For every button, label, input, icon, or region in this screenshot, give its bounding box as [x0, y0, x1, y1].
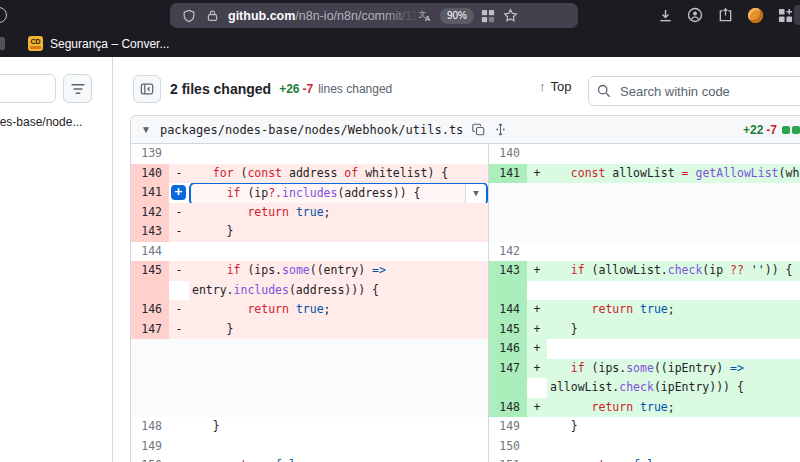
add-comment-button[interactable]: +: [169, 183, 188, 202]
diff-old-side: 148 }: [131, 417, 488, 437]
filter-button[interactable]: [63, 74, 92, 103]
line-number[interactable]: 146: [489, 339, 527, 359]
code-line: if (ips.some((ipEntry) =>allowList.check…: [547, 359, 800, 398]
containers-grid-icon[interactable]: [481, 9, 495, 23]
line-number[interactable]: 140: [131, 164, 169, 184]
code-line: return true;: [189, 300, 488, 320]
line-number[interactable]: 141: [489, 164, 527, 184]
line-number[interactable]: 143: [131, 222, 169, 242]
line-number[interactable]: 144: [131, 242, 169, 262]
line-number[interactable]: 149: [131, 437, 169, 457]
line-menu-caret[interactable]: ▼: [465, 184, 486, 203]
line-number[interactable]: 142: [131, 203, 169, 223]
zoom-level-badge[interactable]: 90%: [440, 8, 474, 24]
tab-partial-icon[interactable]: [0, 37, 5, 50]
diff-new-side: 151 return false;: [488, 456, 800, 462]
tab-favicon: CD: [28, 36, 43, 51]
address-bar[interactable]: github.com/n8n-io/n8n/commit/11f8597d4ad…: [170, 3, 578, 28]
line-number[interactable]: 147: [489, 359, 527, 398]
line-number[interactable]: 139: [131, 144, 169, 164]
shield-icon[interactable]: [182, 9, 196, 23]
code-line: }: [547, 320, 800, 340]
back-to-top-link[interactable]: ↑ Top: [539, 79, 571, 94]
filter-icon: [71, 83, 85, 95]
line-number[interactable]: 150: [489, 437, 527, 457]
diff-main: 2 files changed +26 -7 lines changed ↑ T…: [114, 57, 800, 462]
diff-marker: -: [169, 164, 189, 184]
diff-marker: -: [169, 222, 189, 242]
diff-new-side: 146+: [488, 339, 800, 359]
file-path[interactable]: packages/nodes-base/nodes/Webhook/utils.…: [160, 123, 463, 137]
diff-row: 147- }145+ }: [131, 320, 800, 340]
copy-path-button[interactable]: [472, 123, 485, 136]
chevron-down-icon[interactable]: ▼: [141, 124, 151, 135]
file-tree-item[interactable]: des-base/node...: [0, 115, 82, 129]
file-diff-stats: +22 -7: [743, 116, 800, 144]
search-icon: [597, 84, 611, 98]
line-number[interactable]: 141: [131, 183, 169, 203]
code-search-box[interactable]: [588, 76, 800, 106]
browser-tab[interactable]: CD Segurança – Conver...: [28, 36, 169, 51]
diff-row: 145- if (ips.some((entry) =>entry.includ…: [131, 261, 800, 300]
line-number[interactable]: 142: [489, 242, 527, 262]
file-tree-sidebar: des-base/node...: [0, 57, 113, 462]
diff-old-side: 149: [131, 437, 488, 457]
sidebar-collapse-icon: [140, 81, 154, 97]
diff-marker: +: [527, 320, 547, 340]
edge-partial-button[interactable]: [794, 5, 800, 25]
diff-old-side: 147- }: [131, 320, 488, 340]
code-line: if (ips.some((entry) =>entry.includes(ad…: [189, 261, 488, 300]
line-number[interactable]: 145: [131, 261, 169, 300]
diff-row: 146- return true;144+ return true;: [131, 300, 800, 320]
diff-row: 147+ if (ips.some((ipEntry) =>allowList.…: [131, 359, 800, 398]
translate-icon[interactable]: 文 A: [418, 9, 433, 23]
collapse-file-tree-button[interactable]: [133, 75, 161, 103]
diff-new-side: 145+ }: [488, 320, 800, 340]
line-number[interactable]: 148: [489, 398, 527, 418]
share-icon[interactable]: [710, 2, 740, 28]
lock-icon[interactable]: [206, 9, 219, 22]
account-button[interactable]: [680, 2, 710, 28]
line-number[interactable]: 149: [489, 417, 527, 437]
downloads-button[interactable]: [650, 2, 680, 28]
url-text[interactable]: github.com/n8n-io/n8n/commit/11f8597d4ad…: [228, 9, 418, 23]
code-line: return true;: [547, 398, 800, 418]
diff-row: 150 return false;151 return false;: [131, 456, 800, 462]
browser-chrome: github.com/n8n-io/n8n/commit/11f8597d4ad…: [0, 0, 800, 57]
line-number[interactable]: 143: [489, 261, 527, 300]
reload-icon[interactable]: [0, 7, 7, 23]
diff-new-side: [488, 183, 800, 203]
line-number[interactable]: 146: [131, 300, 169, 320]
code-line: }: [547, 417, 800, 437]
lines-changed-label: lines changed: [318, 82, 392, 96]
diff-old-side: 140- for (const address of whitelist) {: [131, 164, 488, 184]
line-number[interactable]: 148: [131, 417, 169, 437]
diff-marker: +: [527, 164, 547, 184]
code-line: }: [189, 320, 488, 340]
bookmark-star-icon[interactable]: [503, 8, 518, 23]
diff-row: 142- return true;: [131, 203, 800, 223]
drag-handle-button[interactable]: [494, 123, 507, 136]
chrome-action-buttons: [650, 0, 800, 30]
move-arrows-icon: [494, 123, 507, 136]
diff-marker: -: [169, 261, 189, 281]
file-filter-input[interactable]: [0, 74, 56, 103]
code-line: return false;: [547, 456, 800, 462]
diff-new-side: 140: [488, 144, 800, 164]
total-additions: +26: [279, 82, 299, 96]
file-header: ▼ packages/nodes-base/nodes/Webhook/util…: [131, 116, 800, 144]
line-number[interactable]: 150: [131, 456, 169, 462]
line-number[interactable]: 145: [489, 320, 527, 340]
line-number: [489, 203, 527, 223]
diff-marker: +: [527, 398, 547, 418]
extension-orange-ball-icon[interactable]: [740, 2, 770, 28]
line-number[interactable]: 144: [489, 300, 527, 320]
search-within-code-input[interactable]: [618, 83, 798, 100]
line-number[interactable]: 151: [489, 456, 527, 462]
line-number[interactable]: 140: [489, 144, 527, 164]
line-number[interactable]: 147: [131, 320, 169, 340]
diff-marker: +: [527, 300, 547, 320]
line-number: [489, 222, 527, 242]
diff-old-side: [131, 398, 488, 418]
diff-stat-blocks: [782, 126, 800, 134]
